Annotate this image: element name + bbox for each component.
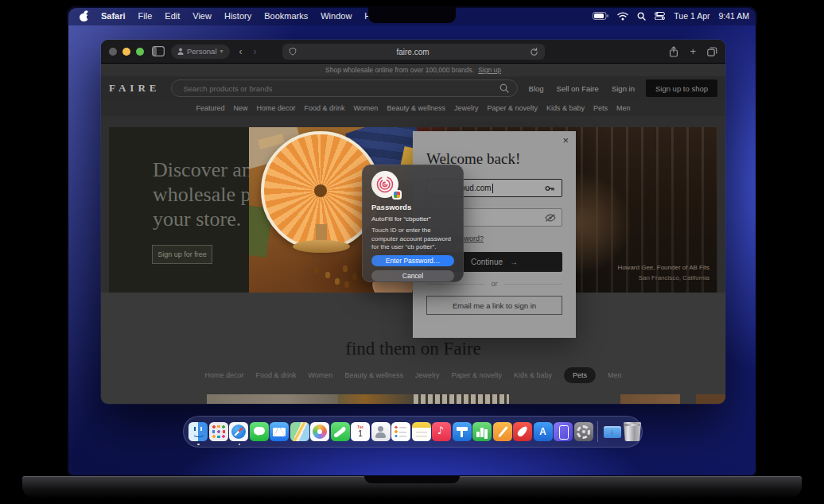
dock-notes-icon[interactable] — [412, 422, 431, 441]
pill-paper[interactable]: Paper & novelty — [451, 371, 502, 379]
privacy-shield-icon[interactable] — [289, 47, 297, 56]
close-window-button[interactable] — [109, 48, 117, 56]
dock-finder-icon[interactable] — [189, 422, 208, 441]
menu-bookmarks[interactable]: Bookmarks — [264, 11, 308, 21]
or-label: or — [492, 280, 498, 288]
dock-rocket-icon[interactable] — [513, 422, 532, 441]
show-password-eye-icon[interactable] — [545, 214, 556, 222]
macbook-chassis — [22, 476, 802, 498]
dock-phone-icon[interactable] — [331, 422, 350, 441]
header-link-sell[interactable]: Sell on Faire — [557, 84, 599, 93]
section-heading: find them on Faire — [101, 339, 725, 359]
hero-text-panel: Discover and buy wholesale products for … — [109, 127, 249, 293]
dock-contacts-icon[interactable] — [371, 422, 391, 441]
dock-system-settings-icon[interactable] — [574, 422, 593, 441]
pill-beauty[interactable]: Beauty & wellness — [344, 371, 403, 379]
nav-featured[interactable]: Featured — [196, 104, 224, 112]
nav-home-decor[interactable]: Home decor — [256, 104, 295, 112]
pill-pets-active[interactable]: Pets — [564, 367, 596, 383]
header-link-signin[interactable]: Sign in — [612, 84, 635, 93]
promo-signup-link[interactable]: Sign up — [478, 66, 501, 74]
nav-pets[interactable]: Pets — [593, 104, 608, 112]
header-link-blog[interactable]: Blog — [529, 84, 544, 93]
dock-safari-icon[interactable] — [229, 422, 248, 441]
continue-label: Continue — [471, 258, 503, 266]
nav-new[interactable]: New — [233, 104, 247, 112]
nav-women[interactable]: Women — [354, 104, 379, 112]
forward-button[interactable]: › — [254, 46, 257, 57]
signup-free-button[interactable]: Sign up for free — [152, 245, 212, 264]
pill-food-drink[interactable]: Food & drink — [255, 371, 296, 379]
pill-jewelry[interactable]: Jewelry — [415, 371, 440, 379]
faire-logo[interactable]: FAIRE — [109, 82, 160, 95]
search-input[interactable] — [172, 84, 499, 93]
sidebar-toggle-icon[interactable] — [152, 46, 165, 56]
search-field[interactable] — [171, 79, 517, 97]
reload-icon[interactable] — [530, 48, 538, 56]
back-button[interactable]: ‹ — [239, 46, 243, 57]
dock-launchpad-icon[interactable] — [209, 422, 228, 441]
dock-numbers-icon[interactable] — [472, 422, 492, 441]
dock-app-store-icon[interactable] — [534, 422, 553, 441]
profile-chip[interactable]: Personal ▾ — [171, 45, 230, 59]
signup-to-shop-button[interactable]: Sign up to shop — [646, 79, 717, 97]
dock-iphone-mirroring-icon[interactable] — [554, 422, 573, 441]
menu-bar-date[interactable]: Tue 1 Apr — [674, 11, 709, 21]
safari-toolbar: Personal ▾ ‹ › faire.com + — [101, 40, 725, 64]
fan-hub — [314, 184, 327, 197]
dock-maps-icon[interactable] — [290, 422, 309, 441]
email-link-button[interactable]: Email me a link to sign in — [426, 296, 562, 315]
nav-men[interactable]: Men — [616, 104, 631, 112]
passwords-key-icon[interactable] — [545, 184, 556, 193]
menu-app-name[interactable]: Safari — [101, 11, 126, 21]
pill-women[interactable]: Women — [309, 371, 333, 379]
founder-caption-name: Howard Gee, Founder of AB Fits — [617, 262, 709, 273]
dock-messages-icon[interactable] — [250, 422, 269, 441]
battery-icon[interactable] — [593, 12, 608, 20]
dock-trash-icon[interactable] — [623, 422, 642, 441]
menu-edit[interactable]: Edit — [165, 11, 180, 21]
dock-music-icon[interactable] — [432, 422, 451, 441]
nav-paper[interactable]: Paper & novelty — [487, 104, 538, 112]
finder-running-indicator — [197, 444, 200, 446]
nav-beauty[interactable]: Beauty & wellness — [387, 104, 445, 112]
minimize-window-button[interactable] — [122, 48, 130, 56]
dock-photos-icon[interactable] — [310, 422, 329, 441]
dock-keynote-icon[interactable] — [453, 422, 472, 441]
spotlight-search-icon[interactable] — [637, 12, 646, 21]
safari-window: Personal ▾ ‹ › faire.com + — [101, 40, 725, 404]
cancel-button[interactable]: Cancel — [371, 270, 454, 281]
menu-bar-clock[interactable]: 9:41 AM — [718, 11, 749, 21]
dock-calendar-icon[interactable]: Tue 1 — [351, 422, 370, 441]
nav-jewelry[interactable]: Jewelry — [454, 104, 479, 112]
category-pills: Home decor Food & drink Women Beauty & w… — [101, 367, 725, 383]
nav-food-drink[interactable]: Food & drink — [305, 104, 345, 112]
menu-file[interactable]: File — [138, 11, 153, 21]
category-nav: Featured New Home decor Food & drink Wom… — [101, 100, 725, 116]
nav-kids[interactable]: Kids & baby — [546, 104, 585, 112]
pill-home-decor[interactable]: Home decor — [204, 371, 243, 379]
new-tab-icon[interactable]: + — [690, 48, 696, 56]
share-icon[interactable] — [669, 46, 678, 57]
profile-label: Personal — [187, 47, 217, 56]
wifi-icon[interactable] — [617, 12, 628, 21]
pill-kids[interactable]: Kids & baby — [514, 371, 552, 379]
apple-menu-icon[interactable] — [80, 11, 88, 21]
product-thumbnail — [338, 394, 414, 404]
pill-men[interactable]: Men — [608, 371, 622, 379]
product-thumbnail — [207, 394, 338, 404]
dock-downloads-icon[interactable] — [603, 422, 622, 441]
menu-view[interactable]: View — [192, 11, 212, 21]
tab-overview-icon[interactable] — [707, 47, 717, 56]
dock-mail-icon[interactable] — [270, 422, 289, 441]
dock-reminders-icon[interactable] — [391, 422, 410, 441]
menu-history[interactable]: History — [224, 11, 251, 21]
dock: Tue 1 — [183, 416, 643, 448]
close-icon[interactable]: × — [562, 134, 569, 146]
zoom-window-button[interactable] — [136, 48, 144, 56]
menu-window[interactable]: Window — [321, 11, 352, 21]
dock-pages-icon[interactable] — [493, 422, 512, 441]
enter-password-button[interactable]: Enter Password… — [371, 255, 454, 266]
address-bar[interactable]: faire.com — [282, 44, 545, 60]
control-center-icon[interactable] — [655, 12, 665, 20]
